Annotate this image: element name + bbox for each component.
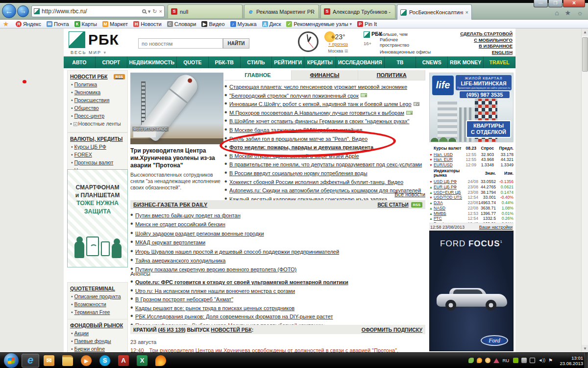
indicator-link[interactable]: USD/TOD UTS [434, 195, 466, 200]
indicator-link[interactable]: ММВБ [434, 211, 466, 216]
taskbar-clock[interactable]: 13:01 23.08.2013 [560, 355, 583, 366]
network-tray-icon[interactable] [530, 358, 535, 363]
dropdown-icon[interactable]: ▾ [148, 8, 151, 15]
headline-link[interactable]: М.Прохоров посоветовал А.Навальному лучш… [229, 110, 404, 116]
daily-link[interactable]: Путину показали секретную версию военног… [135, 266, 296, 272]
back-button[interactable] [2, 4, 16, 18]
daily-title-link[interactable]: БИЗНЕС-ГАЗЕТА РБК DAILY [133, 202, 207, 208]
tray-flame-icon[interactable] [477, 358, 482, 363]
daily-link[interactable]: Шойгу задаром раздает регионам военные г… [135, 231, 264, 237]
announce-link[interactable]: Кадры решают все: рынок труда в поисках … [135, 305, 294, 311]
nav-item[interactable]: СПОРТ [96, 56, 127, 68]
headline-link[interactable]: В России введут социальную норму потребл… [229, 170, 368, 176]
refresh-icon[interactable]: ↻ [152, 8, 157, 15]
nav-item[interactable]: TRAVEL [484, 56, 515, 68]
content-tab[interactable]: ФИНАНСЫ [292, 70, 359, 80]
toolbar-item[interactable]: Рекомендуемые узлы [286, 21, 352, 27]
indicator-link[interactable]: USD ЦБ РФ [434, 180, 466, 184]
home-icon[interactable] [555, 9, 559, 17]
sidebar-link[interactable]: FOREX [74, 152, 92, 158]
sidebar-link[interactable]: Общество [74, 105, 99, 111]
news-feeds-item[interactable]: +Новостные ленты [70, 121, 125, 127]
nav-item[interactable]: СТИЛЬ [241, 56, 272, 68]
nav-item[interactable]: РБК-ТВ [209, 56, 241, 68]
nav-item[interactable]: CNEWS [416, 56, 448, 68]
search-icon[interactable] [142, 9, 146, 13]
header-link[interactable]: ENGLISH [460, 50, 513, 56]
taskbar-app-icon[interactable] [22, 354, 39, 368]
toolbar-item[interactable]: Почта [47, 21, 69, 27]
nav-item[interactable]: АВТО [64, 56, 96, 68]
settings-link[interactable]: Ваши настройки [479, 225, 513, 230]
announce-link[interactable]: Quote.ru: ФРС готовится к отходу от свое… [135, 279, 348, 285]
indicator-link[interactable]: РТС [434, 216, 466, 221]
headline-link[interactable]: В Москве открыт единственный в мире музе… [229, 153, 359, 159]
headline-link[interactable]: Рауль забил гол в прощальном матче за "Р… [229, 136, 368, 142]
toolbar-item[interactable]: Маркет [102, 21, 128, 27]
sidebar-link[interactable]: Политика [74, 81, 98, 87]
tray-triangle-icon[interactable] [493, 358, 499, 363]
stop-icon[interactable]: × [159, 8, 162, 14]
daily-link[interactable]: Игорь Шувалов нашел простой и дешевый сп… [135, 249, 339, 255]
usb-tray-icon[interactable] [521, 358, 527, 363]
toolbar-item[interactable]: Музыка [230, 21, 257, 27]
currency-link[interactable]: EUR/USD [434, 163, 464, 168]
search-input[interactable] [138, 38, 223, 49]
currency-link[interactable]: Нал. USD [434, 153, 464, 158]
digest-count-link[interactable]: 45 ИЗ 139 [160, 327, 184, 333]
sidebar-link[interactable]: Экономика [74, 89, 100, 95]
nav-item[interactable]: КРЕДИТЫ [304, 56, 336, 68]
taskbar-app-icon[interactable] [115, 354, 132, 368]
sidebar-currency-title[interactable]: ВАЛЮТЫ, КРЕДИТЫ [70, 136, 122, 142]
forecast-link[interactable]: + прогноз [323, 42, 353, 47]
announce-link[interactable]: РБК.Исследования рынков: Доля современны… [135, 314, 333, 319]
currency-link[interactable]: Нал. EUR [434, 158, 464, 162]
browser-tab[interactable]: Реклама Маркетинг PR - SOS... [244, 4, 319, 18]
taskbar-app-icon[interactable] [133, 354, 151, 368]
nvidia-tray-icon[interactable] [513, 358, 518, 363]
headline-link[interactable]: Фото недели: пожары, парады и девушка пр… [229, 144, 373, 150]
volume-tray-icon[interactable] [538, 358, 545, 363]
nav-item[interactable]: RBK MONEY [448, 56, 484, 68]
browser-tab[interactable]: Александр Трубников - TopS... [320, 4, 395, 18]
ford-ad-banner[interactable]: FORD FOCUS1 Ford [429, 231, 514, 351]
scroll-thumb[interactable] [582, 37, 588, 72]
scroll-down-icon[interactable] [582, 345, 588, 352]
scrollbar[interactable] [581, 28, 588, 352]
toolbar-item[interactable]: Видео [201, 21, 224, 27]
rss-badge[interactable]: RSS [114, 74, 125, 79]
headline-link[interactable]: Стареющая планета: число пенсионеров угр… [229, 84, 407, 90]
indicator-link[interactable]: USD+EUR ЦБ [434, 190, 466, 195]
sidebar-link[interactable]: Акции [74, 330, 89, 336]
taskbar-app-icon[interactable] [77, 354, 95, 368]
life-ad-banner[interactable]: life ЖИЛОЙ КВАРТАЛ LIFE-МИТИНСКАЯ Проект… [429, 73, 514, 142]
nav-item[interactable]: НЕДВИЖИМОСТЬ [127, 56, 177, 68]
sidebar-link[interactable]: Терминал Free [74, 309, 110, 315]
indicator-link[interactable]: NASD [434, 206, 466, 211]
gear-icon[interactable] [577, 9, 583, 17]
header-link[interactable]: В ИЗБРАННОЕ [460, 43, 513, 50]
daily-link[interactable]: Путин вместо байк-шоу поедет на фонтан [135, 212, 241, 218]
nav-item[interactable]: QUOTE [177, 56, 209, 68]
nav-item[interactable]: РЕЙТИНГИ [272, 56, 304, 68]
daily-link[interactable]: Тайна американского холодильника [135, 258, 225, 263]
headline-link[interactable]: Инновации С.Шойгу: робот с кепкой, надув… [229, 101, 412, 107]
lead-story-title[interactable]: Три руководителя Центра им.Хруничева уво… [130, 147, 224, 169]
announce-link[interactable]: Utro.ru: На испанском пляже нашли вонюче… [135, 288, 295, 294]
language-indicator[interactable]: RU [502, 358, 509, 363]
rss-badge-green[interactable]: RSS [411, 202, 422, 208]
digest-news-link[interactable]: НОВОСТЕЙ РБК [211, 327, 251, 333]
promo-text[interactable]: Больше, чем Рабочее пространство Инновац… [380, 31, 431, 54]
url-text[interactable]: http://www.rbc.ru/ [42, 8, 140, 15]
browser-tab[interactable]: РосБизнесКонсалтинг - но... [397, 4, 472, 20]
tray-leaf-icon[interactable] [468, 358, 474, 363]
all-articles-link[interactable]: ВСЕ СТАТЬИ [377, 202, 408, 208]
close-button[interactable] [563, 0, 585, 7]
sidebar-quote-title[interactable]: QUOTETERMINAL [70, 286, 115, 291]
nav-item[interactable]: ТВ [385, 56, 416, 68]
toolbar-item[interactable]: Pin It [357, 21, 377, 27]
header-link[interactable]: СДЕЛАТЬ СТАРТОВОЙ [460, 31, 513, 37]
all-news-link[interactable]: Все новости [394, 191, 425, 197]
start-button[interactable] [4, 353, 19, 368]
toolbar-item[interactable]: Карты [74, 21, 97, 27]
